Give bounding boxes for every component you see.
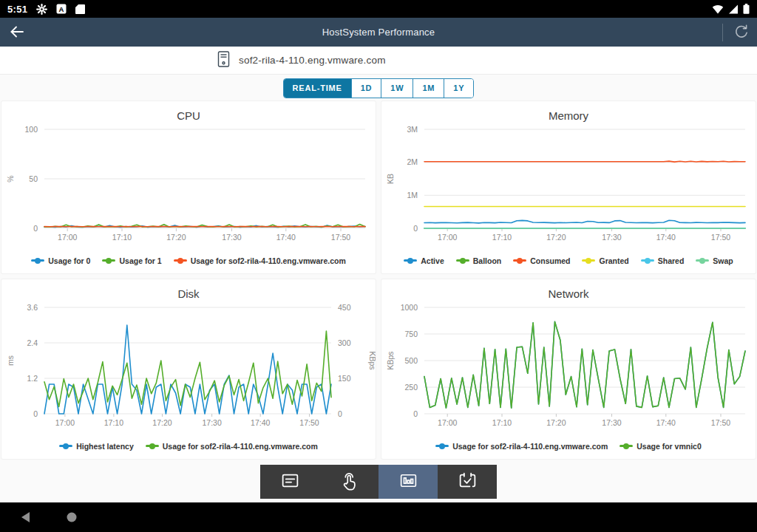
legend-item[interactable]: Usage for sof2-rila-4-110.eng.vmware.com (174, 256, 346, 265)
tasks-tab-button[interactable] (438, 465, 497, 499)
legend-item[interactable]: Active (404, 256, 444, 265)
appbar-divider (722, 24, 723, 41)
legend-label: Shared (658, 256, 685, 265)
svg-text:3.6: 3.6 (27, 303, 38, 312)
network-chart-card: Network 0250500750100017:0017:1017:2017:… (381, 279, 756, 459)
host-name: sof2-rila-4-110.eng.vmware.com (239, 55, 386, 66)
legend-marker-icon (31, 259, 44, 262)
legend-item[interactable]: Usage for 0 (31, 256, 90, 265)
summary-tab-button[interactable] (260, 465, 319, 499)
svg-text:17:40: 17:40 (251, 418, 270, 427)
screen: 5:51 A (0, 0, 757, 532)
nav-home-button[interactable] (62, 508, 81, 527)
svg-text:300: 300 (338, 338, 351, 347)
legend-marker-icon (102, 259, 115, 262)
time-range-tab-group: REAL-TIME 1D 1W 1M 1Y (283, 78, 475, 98)
legend-marker-icon (174, 259, 187, 262)
legend-item[interactable]: Usage for sof2-rila-4-110.eng.vmware.com (146, 442, 318, 451)
svg-text:17:10: 17:10 (492, 418, 512, 427)
charts-grid: CPU 05010017:0017:1017:2017:3017:4017:50… (0, 101, 757, 459)
legend-label: Swap (713, 256, 733, 265)
performance-tab-button[interactable] (378, 465, 438, 499)
tab-1y[interactable]: 1Y (444, 79, 473, 98)
status-bar: 5:51 A (0, 0, 757, 18)
cpu-chart-card: CPU 05010017:0017:1017:2017:3017:4017:50… (1, 101, 376, 273)
disk-chart-legend: Highest latencyUsage for sof2-rila-4-110… (1, 433, 376, 459)
svg-text:150: 150 (338, 374, 351, 383)
bottom-toolbar (260, 465, 497, 499)
cpu-chart-title: CPU (1, 101, 376, 122)
legend-marker-icon (59, 445, 72, 447)
svg-text:2.4: 2.4 (27, 338, 38, 347)
svg-text:0: 0 (33, 224, 38, 233)
summary-card-icon (280, 471, 300, 493)
legend-label: Usage for sof2-rila-4-110.eng.vmware.com (163, 442, 318, 451)
svg-text:17:30: 17:30 (222, 233, 241, 242)
network-chart-legend: Usage for sof2-rila-4-110.eng.vmware.com… (381, 433, 756, 459)
legend-item[interactable]: Granted (582, 256, 628, 265)
svg-text:1M: 1M (407, 191, 418, 200)
legend-marker-icon (146, 445, 159, 447)
legend-item[interactable]: Highest latency (59, 442, 134, 451)
legend-item[interactable]: Balloon (456, 256, 502, 265)
memory-chart-plot: 01M2M3M17:0017:1017:2017:3017:4017:50KB (381, 122, 756, 248)
gear-icon (36, 4, 47, 15)
refresh-button[interactable] (732, 23, 751, 42)
svg-text:250: 250 (404, 383, 418, 392)
legend-label: Usage for 0 (48, 256, 90, 265)
svg-text:17:50: 17:50 (299, 418, 319, 427)
tab-real-time[interactable]: REAL-TIME (284, 79, 351, 98)
legend-label: Usage for 1 (119, 256, 161, 265)
battery-icon (743, 4, 750, 14)
memory-chart-card: Memory 01M2M3M17:0017:1017:2017:3017:401… (381, 101, 756, 273)
network-chart-title: Network (381, 279, 756, 300)
svg-text:17:50: 17:50 (711, 233, 730, 242)
legend-label: Usage for sof2-rila-4-110.eng.vmware.com (191, 256, 346, 265)
svg-text:1.2: 1.2 (27, 374, 38, 383)
legend-label: Highest latency (76, 442, 134, 451)
legend-item[interactable]: Shared (641, 256, 685, 265)
legend-marker-icon (582, 259, 595, 262)
svg-text:ms: ms (6, 355, 15, 366)
svg-text:0: 0 (413, 224, 418, 233)
legend-label: Usage for sof2-rila-4-110.eng.vmware.com (452, 442, 608, 451)
svg-text:1000: 1000 (401, 303, 418, 312)
svg-text:17:30: 17:30 (202, 418, 221, 427)
tab-1w[interactable]: 1W (381, 79, 413, 98)
legend-label: Granted (599, 256, 628, 265)
svg-text:17:00: 17:00 (438, 233, 457, 242)
svg-text:17:00: 17:00 (438, 418, 457, 427)
svg-text:0: 0 (338, 409, 342, 418)
memory-chart-legend: ActiveBalloonConsumedGrantedSharedSwap (381, 248, 756, 273)
legend-label: Usage for vmnic0 (637, 442, 702, 451)
svg-text:50: 50 (29, 174, 38, 183)
actions-tab-button[interactable] (319, 465, 378, 499)
svg-text:KB: KB (386, 174, 395, 184)
svg-text:17:20: 17:20 (546, 418, 566, 427)
cpu-chart-legend: Usage for 0Usage for 1Usage for sof2-ril… (1, 248, 376, 273)
tab-1m[interactable]: 1M (413, 79, 444, 98)
tab-1d[interactable]: 1D (351, 79, 381, 98)
svg-text:17:50: 17:50 (331, 233, 350, 242)
svg-text:17:40: 17:40 (656, 418, 676, 427)
legend-item[interactable]: Usage for vmnic0 (619, 442, 702, 451)
toolbar-wrap (0, 459, 757, 502)
wifi-icon (712, 4, 724, 14)
screenshot-icon (75, 4, 85, 15)
input-method-a-icon: A (56, 4, 67, 14)
svg-text:17:10: 17:10 (492, 233, 512, 242)
time-range-tabs-row: REAL-TIME 1D 1W 1M 1Y (0, 75, 757, 101)
svg-text:KBps: KBps (368, 351, 376, 369)
svg-text:%: % (6, 175, 15, 182)
nav-back-button[interactable] (16, 508, 35, 527)
page-title: HostSystem Performance (0, 27, 757, 38)
legend-item[interactable]: Usage for sof2-rila-4-110.eng.vmware.com (435, 442, 608, 451)
legend-item[interactable]: Consumed (513, 256, 570, 265)
legend-marker-icon (456, 259, 469, 262)
host-server-icon (217, 51, 230, 70)
legend-item[interactable]: Usage for 1 (102, 256, 161, 265)
svg-text:17:20: 17:20 (152, 418, 172, 427)
svg-text:17:40: 17:40 (656, 233, 676, 242)
legend-item[interactable]: Swap (696, 256, 733, 265)
svg-text:450: 450 (338, 303, 351, 312)
